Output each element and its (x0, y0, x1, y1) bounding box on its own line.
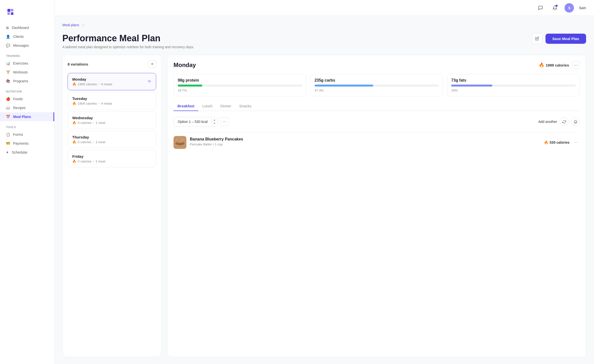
username-label: Sam (579, 6, 586, 10)
thursday-meals: 1 meal (96, 140, 105, 144)
tab-dinner[interactable]: Dinner (216, 101, 235, 111)
edit-button[interactable] (532, 33, 543, 44)
add-variation-button[interactable]: + (148, 60, 156, 68)
sidebar-item-foods[interactable]: 🍎 Foods (0, 94, 54, 103)
sidebar-item-schedular[interactable]: ✦ Schedular (0, 148, 54, 157)
sidebar-item-clients[interactable]: 👤 Clients (0, 32, 54, 41)
fire-icon-friday: 🔥 (72, 159, 76, 163)
sidebar: ⊞ Dashboard 👤 Clients 💬 Messages Trainin… (0, 0, 54, 364)
option-row: Option 1 – 530 kcal ▲ ▼ ··· Add another (173, 116, 580, 127)
macro-cards: 98g protein 19.7% 235g carbs 47.3% (173, 74, 580, 96)
sidebar-item-workouts[interactable]: 🏋️ Workouts (0, 68, 54, 77)
day-detail-panel: Monday 🔥 1989 calories ··· 98g protein (167, 55, 586, 357)
ingredient-preview: Pancake Batter • 1 cup (190, 141, 541, 148)
panel-row: 8 variations + Monday 🔥 1989 calories • … (62, 55, 586, 357)
content-area: Meal plans → Performance Meal Plan A tai… (54, 16, 594, 364)
day-card-monday-left: Monday 🔥 1989 calories • 4 meals (72, 77, 112, 86)
svg-point-5 (177, 140, 178, 141)
monday-meals: 4 meals (101, 82, 112, 86)
carbs-label: 235g carbs (315, 78, 439, 83)
protein-label: 98g protein (178, 78, 302, 83)
user-icon: 👤 (6, 35, 10, 39)
option-label: Option 1 – 530 kcal (174, 117, 212, 126)
monday-name: Monday (72, 77, 112, 81)
sidebar-item-payments[interactable]: 💳 Payments (0, 139, 54, 148)
monday-calories: 1989 calories (78, 82, 97, 86)
star-icon: ✦ (6, 150, 9, 154)
page-title-section: Performance Meal Plan A tailored meal pl… (62, 33, 194, 49)
option-selector[interactable]: Option 1 – 530 kcal ▲ ▼ (173, 117, 218, 126)
add-another-button[interactable]: Add another (538, 120, 557, 124)
notifications-button[interactable] (550, 3, 560, 13)
option-more-button[interactable]: ··· (220, 117, 229, 126)
friday-name: Friday (72, 154, 105, 159)
main-area: S Sam Meal plans → Performance Meal Plan… (54, 0, 594, 364)
day-card-monday[interactable]: Monday 🔥 1989 calories • 4 meals 👁 (68, 73, 156, 90)
sidebar-item-meal-plans[interactable]: 📅 Meal Plans (0, 112, 54, 121)
sidebar-item-exercises[interactable]: 📊 Exercises (0, 59, 54, 68)
wednesday-meals: 1 meal (96, 121, 105, 125)
layers-icon: 📚 (6, 79, 10, 83)
day-list-header: 8 variations + (68, 60, 156, 68)
notification-dot (556, 5, 558, 7)
food-more-button[interactable]: ··· (572, 138, 580, 146)
nutrition-section-label: Nutrition (0, 86, 54, 94)
sidebar-item-programs[interactable]: 📚 Programs (0, 77, 54, 86)
fats-bar-fill (451, 85, 492, 87)
eye-icon-monday[interactable]: 👁 (148, 79, 151, 84)
clipboard-icon: 📋 (6, 133, 10, 136)
thursday-name: Thursday (72, 135, 105, 139)
topbar: S Sam (54, 0, 594, 16)
meal-tabs: Breakfast Lunch Dinner Snacks (173, 101, 580, 111)
day-card-thursday[interactable]: Thursday 🔥 0 calories • 1 meal (68, 131, 156, 148)
sidebar-item-dashboard[interactable]: ⊞ Dashboard (0, 23, 54, 32)
day-card-wednesday[interactable]: Wednesday 🔥 0 calories • 1 meal (68, 112, 156, 129)
page-subtitle: A tailored meal plan designed to optimiz… (62, 45, 194, 49)
grid-icon: ⊞ (6, 26, 9, 30)
fire-icon-monday: 🔥 (72, 82, 76, 86)
food-thumbnail-pancakes (173, 136, 186, 149)
sidebar-item-recipes[interactable]: 📖 Recipes (0, 103, 54, 112)
save-meal-plan-button[interactable]: Save Meal Plan (545, 34, 586, 44)
tuesday-name: Tuesday (72, 96, 112, 101)
tab-breakfast[interactable]: Breakfast (173, 101, 198, 111)
tab-snacks[interactable]: Snacks (235, 101, 255, 111)
tab-lunch[interactable]: Lunch (198, 101, 216, 111)
app-logo[interactable] (0, 5, 54, 23)
protein-pct: 19.7% (178, 89, 302, 92)
book-icon: 📖 (6, 106, 10, 110)
friday-meals: 1 meal (96, 159, 105, 163)
message-icon: 💬 (6, 44, 10, 47)
breadcrumb-meal-plans-link[interactable]: Meal plans (62, 23, 79, 27)
day-card-friday[interactable]: Friday 🔥 0 calories • 1 meal (68, 150, 156, 167)
tuesday-meals: 4 meals (101, 102, 112, 105)
apple-icon: 🍎 (6, 97, 10, 101)
sidebar-item-messages[interactable]: 💬 Messages (0, 41, 54, 50)
tuesday-calories: 1906 calories (78, 102, 97, 105)
fire-icon-detail: 🔥 (539, 62, 544, 68)
training-section-label: Training (0, 50, 54, 59)
protein-bar-fill (178, 85, 202, 87)
food-name-pancakes: Banana Blueberry Pancakes (190, 137, 541, 141)
fire-icon-thursday: 🔥 (72, 140, 76, 144)
food-info-pancakes: Banana Blueberry Pancakes Pancake Batter… (190, 137, 541, 148)
page-title: Performance Meal Plan (62, 33, 194, 44)
fire-icon-tuesday: 🔥 (72, 102, 76, 105)
food-calories-pancakes: 🔥 530 calories (544, 140, 569, 144)
calendar-icon: 📅 (6, 115, 10, 119)
day-detail-header: Monday 🔥 1989 calories ··· (173, 61, 580, 69)
sidebar-item-forms[interactable]: 📋 Forms (0, 130, 54, 139)
chef-hat-button[interactable] (571, 117, 580, 126)
variations-label: 8 variations (68, 62, 88, 66)
fats-pct: 33% (451, 89, 576, 92)
food-item-pancakes: Banana Blueberry Pancakes Pancake Batter… (173, 132, 580, 152)
day-card-tuesday[interactable]: Tuesday 🔥 1906 calories • 4 meals (68, 92, 156, 110)
refresh-button[interactable] (560, 117, 569, 126)
option-arrows[interactable]: ▲ ▼ (212, 118, 217, 126)
food-item-right: 🔥 530 calories ··· (544, 138, 580, 146)
activity-icon: 📊 (6, 61, 10, 65)
day-more-button[interactable]: ··· (572, 61, 580, 69)
avatar[interactable]: S (565, 3, 574, 13)
svg-point-7 (179, 139, 180, 140)
chat-button[interactable] (536, 3, 545, 13)
